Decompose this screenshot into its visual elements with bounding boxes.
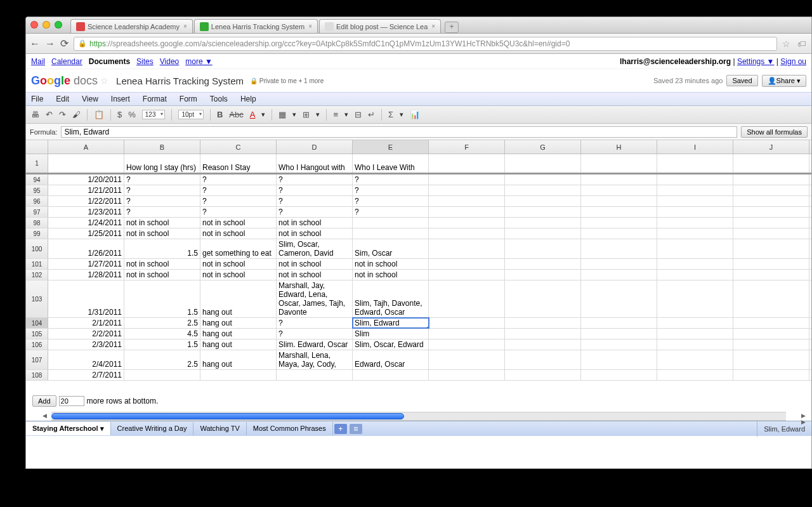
cell[interactable] xyxy=(657,370,733,380)
scroll-left-icon[interactable]: ◀ xyxy=(40,412,49,421)
cell[interactable]: ? xyxy=(353,207,429,217)
cell[interactable]: 2/3/2011 xyxy=(48,339,124,350)
menu-tools[interactable]: Tools xyxy=(210,95,228,103)
cell[interactable] xyxy=(429,350,505,369)
cell[interactable]: ? xyxy=(277,207,353,217)
header-cell[interactable]: How long I stay (hrs) xyxy=(124,154,200,173)
cell[interactable]: ? xyxy=(277,174,353,185)
header-cell[interactable]: Who I Leave With xyxy=(353,154,429,173)
borders-icon[interactable]: ⊞ xyxy=(303,110,310,119)
col-header-J[interactable]: J xyxy=(733,140,809,154)
scroll-right-icon[interactable]: ▶ ▶ xyxy=(799,412,808,421)
cell[interactable] xyxy=(505,329,581,339)
gbar-link-documents[interactable]: Documents xyxy=(89,57,130,66)
cell[interactable]: Slim, Oscar, Edward xyxy=(353,339,429,350)
cell[interactable] xyxy=(581,207,657,217)
privacy-label[interactable]: 🔒 Private to me + 1 more xyxy=(250,77,324,84)
print-icon[interactable]: 🖶 xyxy=(31,110,39,119)
percent-icon[interactable]: % xyxy=(128,110,136,119)
cell[interactable]: 1.5 xyxy=(124,280,200,317)
horizontal-scrollbar[interactable]: ◀ ▶ ▶ xyxy=(51,412,786,421)
cell[interactable]: not in school xyxy=(277,259,353,269)
sheet-tab[interactable]: Creative Writing a Day xyxy=(111,422,194,435)
cell[interactable] xyxy=(657,207,733,217)
signout-link[interactable]: Sign ou xyxy=(780,57,806,66)
cell[interactable]: 1/28/2011 xyxy=(48,270,124,280)
cell[interactable] xyxy=(505,174,581,185)
formula-input[interactable] xyxy=(61,126,737,138)
scrollbar-thumb[interactable] xyxy=(51,413,404,419)
cell[interactable] xyxy=(429,318,505,328)
cell[interactable] xyxy=(581,259,657,269)
cell[interactable]: not in school xyxy=(353,270,429,280)
add-count-input[interactable] xyxy=(59,396,84,406)
cell[interactable] xyxy=(657,329,733,339)
row-header[interactable]: 107 xyxy=(26,350,48,369)
cell[interactable] xyxy=(657,196,733,206)
number-format-dropdown[interactable]: 123 xyxy=(142,110,166,119)
cell[interactable]: hang out xyxy=(200,339,277,350)
cell[interactable] xyxy=(657,318,733,328)
header-cell[interactable]: Who I Hangout with xyxy=(277,154,353,173)
cell[interactable] xyxy=(733,185,809,195)
cell[interactable] xyxy=(733,370,809,380)
cell[interactable]: Slim xyxy=(353,329,429,339)
cell[interactable]: ? xyxy=(200,174,277,185)
cell[interactable]: ? xyxy=(353,196,429,206)
add-button[interactable]: Add xyxy=(32,395,56,407)
cell[interactable] xyxy=(200,370,277,380)
cell[interactable]: Slim, Oscar, Cameron, David xyxy=(277,239,353,258)
cell[interactable] xyxy=(429,196,505,206)
new-tab-button[interactable]: + xyxy=(445,22,459,33)
cell[interactable] xyxy=(657,259,733,269)
menu-edit[interactable]: Edit xyxy=(56,95,69,103)
traffic-close[interactable] xyxy=(30,21,38,29)
cell[interactable] xyxy=(733,339,809,350)
share-button[interactable]: 👤Share ▾ xyxy=(762,75,806,87)
fontsize-dropdown[interactable]: 10pt xyxy=(178,110,203,119)
add-sheet-button[interactable]: + xyxy=(334,424,347,434)
traffic-zoom[interactable] xyxy=(55,21,62,29)
cell[interactable]: ? xyxy=(277,318,353,328)
gbar-link-video[interactable]: Video xyxy=(160,57,179,66)
cell[interactable] xyxy=(733,329,809,339)
redo-icon[interactable]: ↷ xyxy=(59,110,66,119)
cell[interactable] xyxy=(733,218,809,228)
cell[interactable] xyxy=(429,259,505,269)
cell[interactable] xyxy=(581,270,657,280)
header-cell[interactable]: Reason I Stay xyxy=(200,154,277,173)
cell[interactable] xyxy=(505,207,581,217)
wrap-icon[interactable]: ↵ xyxy=(368,110,375,119)
cell[interactable] xyxy=(581,174,657,185)
header-cell[interactable] xyxy=(505,154,581,173)
cell[interactable] xyxy=(657,218,733,228)
text-color-icon[interactable]: A xyxy=(250,110,256,119)
menu-format[interactable]: Format xyxy=(143,95,167,103)
cell[interactable] xyxy=(429,280,505,317)
cell[interactable]: hang out xyxy=(200,318,277,328)
header-cell[interactable] xyxy=(429,154,505,173)
row-header[interactable]: 94 xyxy=(26,174,48,185)
cell[interactable]: ? xyxy=(124,185,200,195)
cell[interactable]: 1/22/2011 xyxy=(48,196,124,206)
cell[interactable] xyxy=(733,174,809,185)
gbar-link-calendar[interactable]: Calendar xyxy=(51,57,82,66)
menu-help[interactable]: Help xyxy=(240,95,256,103)
menu-insert[interactable]: Insert xyxy=(111,95,130,103)
header-cell[interactable] xyxy=(48,154,124,173)
cell[interactable]: Sim, Oscar xyxy=(353,239,429,258)
cell[interactable]: 1/24/2011 xyxy=(48,218,124,228)
col-header-D[interactable]: D xyxy=(277,140,353,154)
cell[interactable]: ? xyxy=(200,207,277,217)
cell[interactable] xyxy=(429,185,505,195)
undo-icon[interactable]: ↶ xyxy=(46,110,53,119)
cell[interactable]: not in school xyxy=(200,259,277,269)
menu-form[interactable]: Form xyxy=(180,95,197,103)
cell[interactable] xyxy=(581,196,657,206)
gbar-link-sites[interactable]: Sites xyxy=(136,57,154,66)
cell[interactable] xyxy=(733,228,809,239)
close-icon[interactable]: × xyxy=(183,23,187,30)
cell[interactable] xyxy=(353,370,429,380)
cell[interactable] xyxy=(505,239,581,258)
col-header-F[interactable]: F xyxy=(429,140,505,154)
